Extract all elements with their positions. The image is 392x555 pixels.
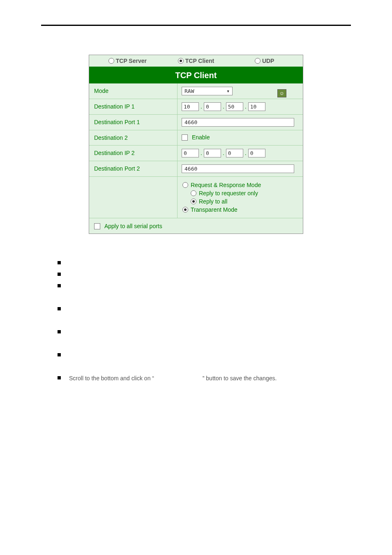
row-mode-options: Request & Response Mode Reply to request… [89, 177, 303, 218]
radio-icon [255, 58, 261, 64]
ip1-octet-3[interactable]: 50 [226, 102, 243, 111]
row-dest-ip-1: Destination IP 1 10.0.50.10 [89, 99, 303, 115]
list-item [58, 282, 351, 293]
friend-icon[interactable]: ☺ [277, 89, 286, 97]
ip2-octet-2[interactable]: 0 [204, 149, 221, 157]
mode-select[interactable]: RAW ▾ [182, 87, 233, 95]
opt-label: Reply to all [199, 198, 227, 205]
row-dest-2: Destination 2 Enable [89, 130, 303, 146]
panel-title: TCP Client [89, 67, 303, 83]
ip1-octet-2[interactable]: 0 [204, 102, 221, 111]
config-panel: TCP Server TCP Client UDP TCP Client Mod… [89, 55, 303, 234]
opt-label: Reply to requester only [199, 190, 258, 197]
ip1-octet-4[interactable]: 10 [248, 102, 265, 111]
dot: . [221, 150, 226, 156]
bullet-icon [58, 307, 61, 310]
tab-label: TCP Server [116, 58, 147, 64]
dot: . [221, 103, 226, 110]
dot: . [243, 150, 248, 156]
dest-port2-label: Destination Port 2 [89, 161, 178, 176]
opt-reply-requester-only[interactable]: Reply to requester only [182, 190, 299, 197]
dest-port2-input[interactable]: 4660 [182, 164, 294, 173]
opt-transparent-mode[interactable]: Transparent Mode [182, 206, 299, 213]
dot: . [199, 150, 204, 156]
radio-icon [182, 182, 188, 188]
row-dest-ip-2: Destination IP 2 0.0.0.0 [89, 146, 303, 161]
radio-icon [191, 199, 196, 204]
tab-label: UDP [262, 58, 274, 64]
dot: . [243, 103, 248, 110]
list-item [58, 259, 351, 270]
list-item [58, 362, 351, 374]
ip1-octet-1[interactable]: 10 [182, 102, 199, 111]
radio-icon [182, 207, 188, 213]
opt-reply-all[interactable]: Reply to all [182, 198, 299, 205]
dest-ip2-label: Destination IP 2 [89, 146, 178, 161]
dest2-enable-checkbox[interactable] [182, 134, 188, 141]
dest-ip1-label: Destination IP 1 [89, 99, 178, 114]
list-item [58, 328, 351, 339]
bullet-icon [58, 273, 61, 276]
radio-icon [191, 190, 196, 196]
dest2-label: Destination 2 [89, 130, 178, 145]
tab-udp[interactable]: UDP [230, 58, 299, 64]
top-divider [41, 25, 351, 26]
apply-all-checkbox[interactable] [94, 223, 100, 229]
opt-label: Transparent Mode [191, 206, 238, 213]
list-item [58, 305, 351, 316]
list-item [58, 339, 351, 351]
tab-tcp-client[interactable]: TCP Client [162, 58, 231, 64]
tab-tcp-server[interactable]: TCP Server [93, 58, 162, 64]
ip2-octet-4[interactable]: 0 [248, 149, 265, 157]
row-apply-all: Apply to all serial ports [89, 218, 303, 234]
bullet-icon [58, 353, 61, 356]
chevron-down-icon: ▾ [226, 88, 230, 94]
radio-icon [108, 58, 114, 64]
bullet-icon [58, 261, 61, 264]
list-item [58, 293, 351, 305]
radio-icon [178, 58, 184, 64]
options-label [89, 177, 178, 218]
opt-label: Request & Response Mode [191, 182, 261, 188]
instruction-prefix: Scroll to the bottom and click on “ [69, 375, 154, 382]
bullet-icon [58, 330, 61, 333]
row-dest-port-2: Destination Port 2 4660 [89, 161, 303, 177]
link-mode-tabs: TCP Server TCP Client UDP [89, 55, 303, 67]
list-item [58, 270, 351, 282]
row-mode: Mode RAW ▾ ☺ [89, 83, 303, 99]
list-item: Scroll to the bottom and click on “ ” bu… [58, 374, 351, 385]
ip2-octet-3[interactable]: 0 [226, 149, 243, 157]
bullet-list: Scroll to the bottom and click on “ ” bu… [58, 259, 351, 385]
dest-port1-input[interactable]: 4660 [182, 118, 294, 127]
apply-all-label: Apply to all serial ports [104, 223, 162, 229]
opt-request-response[interactable]: Request & Response Mode [182, 182, 299, 188]
dest2-enable-label: Enable [192, 134, 210, 141]
mode-value: RAW [184, 88, 194, 94]
dest-port1-label: Destination Port 1 [89, 115, 178, 130]
mode-label: Mode [89, 83, 178, 99]
ip2-octet-1[interactable]: 0 [182, 149, 199, 157]
list-item [58, 316, 351, 328]
tab-label: TCP Client [185, 58, 214, 64]
bullet-icon [58, 376, 61, 379]
bullet-icon [58, 284, 61, 287]
dot: . [199, 103, 204, 110]
row-dest-port-1: Destination Port 1 4660 [89, 115, 303, 130]
list-item [58, 351, 351, 362]
instruction-suffix: ” button to save the changes. [203, 375, 277, 382]
